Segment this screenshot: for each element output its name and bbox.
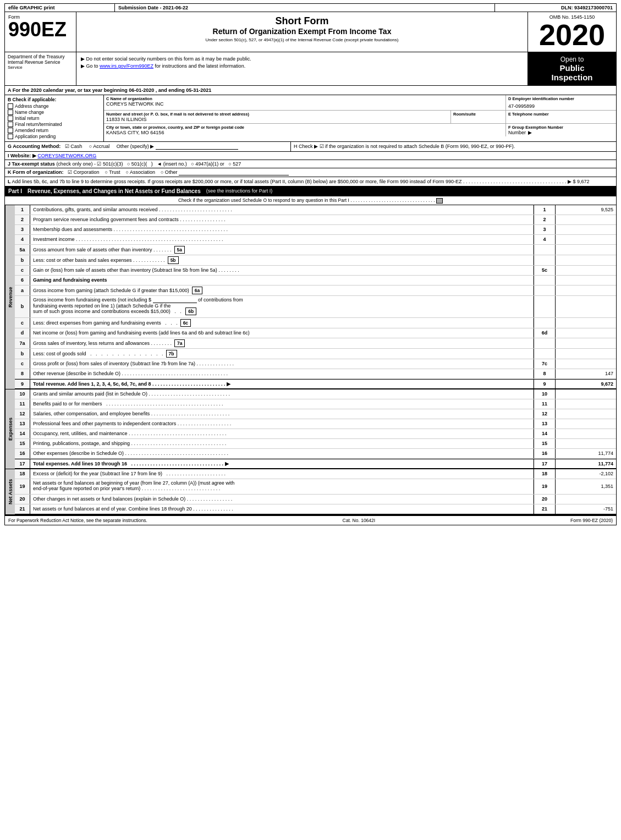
- part1-header: Part I Revenue, Expenses, and Changes in…: [4, 186, 617, 196]
- expenses-section: Expenses 10 Grants and similar amounts p…: [4, 389, 617, 469]
- net-assets-section: Net Assets 18 Excess or (deficit) for th…: [4, 469, 617, 515]
- submission-date: Submission Date - 2021-06-22: [115, 4, 495, 12]
- net-assets-side-label: Net Assets: [5, 469, 15, 514]
- efile-label: efile GRAPHIC print: [5, 4, 115, 12]
- website-row: I Website: ▶ COREYSNETWORK.ORG: [4, 152, 617, 160]
- amended-return-label: Amended return: [15, 128, 48, 133]
- revenue-side-label: Revenue: [5, 205, 15, 389]
- final-return-label: Final return/terminated: [15, 122, 62, 127]
- form-number-box: Form 990EZ: [5, 12, 76, 52]
- form-org-row: K Form of organization: ☑ Corporation ○ …: [4, 168, 617, 177]
- revenue-rows: 1 Contributions, gifts, grants, and simi…: [15, 205, 616, 389]
- section-b-checks: B Check if applicable: Address change Na…: [5, 95, 104, 141]
- line-l: L Add lines 5b, 6c, and 7b to line 9 to …: [4, 177, 617, 186]
- footer: For Paperwork Reduction Act Notice, see …: [4, 515, 617, 525]
- application-pending-label: Application pending: [15, 134, 56, 139]
- footer-paperwork: For Paperwork Reduction Act Notice, see …: [8, 518, 147, 523]
- section-a: A For the 2020 calendar year, or tax yea…: [4, 86, 617, 95]
- part1-check-line: Check if the organization used Schedule …: [4, 196, 617, 205]
- address-change-label: Address change: [15, 103, 48, 109]
- dln: DLN: 93492173000701: [495, 4, 616, 12]
- section-g: G Accounting Method: ☑ Cash ○ Accrual Ot…: [5, 142, 291, 151]
- year-box: OMB No. 1545-1150 2020: [528, 12, 616, 52]
- section-h: H Check ▶ ☑ if the organization is not r…: [291, 142, 616, 151]
- revenue-section: Revenue 1 Contributions, gifts, grants, …: [4, 205, 617, 389]
- dept-info: Department of the Treasury Internal Reve…: [5, 52, 76, 85]
- org-info-box: C Name of organization COREYS NETWORK IN…: [104, 95, 616, 141]
- expenses-side-label: Expenses: [5, 389, 15, 469]
- name-change-label: Name change: [15, 109, 44, 115]
- form-title-box: Short Form Return of Organization Exempt…: [76, 12, 528, 52]
- tax-status-row: J Tax-exempt status (check only one) - ☑…: [4, 160, 617, 168]
- footer-cat-no: Cat. No. 10642I: [343, 518, 376, 523]
- open-to-public-badge: Open to Public Inspection: [528, 52, 616, 85]
- page: efile GRAPHIC print Submission Date - 20…: [0, 0, 621, 529]
- form-990ez-label: 990EZ: [8, 20, 73, 40]
- footer-form-ref: Form 990-EZ (2020): [570, 518, 613, 523]
- notices-box: ▶ Do not enter social security numbers o…: [76, 52, 528, 85]
- initial-return-label: Initial return: [15, 116, 39, 121]
